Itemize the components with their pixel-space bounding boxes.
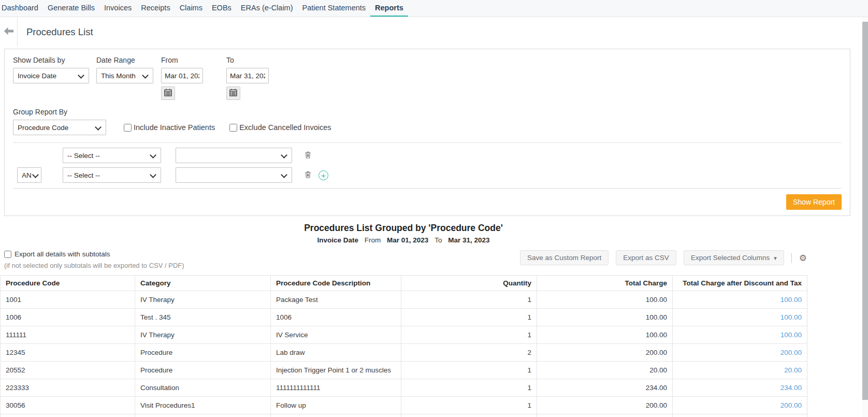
cell: 20.00 bbox=[537, 362, 673, 379]
gear-icon: ⚙ bbox=[799, 253, 807, 263]
cell: 200.00 bbox=[537, 397, 673, 414]
to-label: To bbox=[226, 56, 269, 64]
trash-icon bbox=[305, 172, 311, 180]
cell: 1006 bbox=[271, 309, 401, 326]
column-header: Category bbox=[135, 276, 271, 291]
cell: 1 bbox=[401, 309, 537, 326]
export-all-details-checkbox[interactable]: Export all details with subtotals bbox=[4, 250, 184, 258]
export-all-details-input[interactable] bbox=[4, 251, 11, 258]
condition-field-select-2[interactable]: -- Select -- bbox=[63, 167, 161, 183]
cell: 1001 bbox=[1, 291, 135, 309]
add-condition-button[interactable]: + bbox=[319, 170, 328, 180]
nav-item-receipts[interactable]: Receipts bbox=[136, 0, 175, 17]
subtitle-from-date: Mar 01, 2023 bbox=[387, 236, 428, 244]
column-header: Total Charge bbox=[537, 276, 673, 291]
cell: Lab draw bbox=[271, 344, 401, 362]
subtitle-from-label: From bbox=[365, 236, 381, 244]
scrollbar-thumb[interactable] bbox=[862, 22, 868, 400]
show-details-by-label: Show Details by bbox=[13, 56, 89, 64]
cell: Procedure bbox=[135, 362, 271, 379]
top-nav: DashboardGenerate BillsInvoicesReceiptsC… bbox=[0, 0, 868, 17]
group-report-by-select[interactable]: Procedure Code bbox=[13, 120, 106, 135]
cell: 200.00 bbox=[537, 344, 673, 362]
cell: Injection Trigger Point 1 or 2 muscles bbox=[271, 362, 401, 379]
table-row: 12345ProcedureLab draw2200.00200.00 bbox=[1, 344, 807, 362]
report-toolbar: Export all details with subtotals (if no… bbox=[0, 250, 807, 269]
export-as-csv-button[interactable]: Export as CSV bbox=[616, 250, 676, 265]
table-row: 1001IV TherapyPackage Test1100.00100.00 bbox=[1, 291, 807, 309]
report-subtitle: Invoice Date From Mar 01, 2023 To Mar 31… bbox=[0, 236, 807, 244]
calendar-icon bbox=[164, 89, 172, 98]
include-inactive-patients-checkbox[interactable]: Include Inactive Patients bbox=[124, 123, 215, 132]
procedures-table: Procedure CodeCategoryProcedure Code Des… bbox=[0, 275, 807, 417]
condition-value-select-1[interactable] bbox=[176, 148, 292, 163]
cell: Follow up bbox=[271, 397, 401, 414]
show-report-button[interactable]: Show Report bbox=[786, 194, 842, 210]
date-range-label: Date Range bbox=[96, 56, 153, 64]
export-selected-columns-button[interactable]: Export Selected Columns▾ bbox=[684, 250, 784, 265]
nav-item-dashboard[interactable]: Dashboard bbox=[0, 0, 43, 17]
export-note: (if not selected only subtotals will be … bbox=[4, 262, 184, 269]
nav-item-claims[interactable]: Claims bbox=[175, 0, 207, 17]
calendar-icon bbox=[229, 89, 237, 98]
cell: IV Therapy bbox=[135, 291, 271, 309]
charge-after-discount-link[interactable]: 100.00 bbox=[673, 291, 807, 309]
table-row: 20552ProcedureInjection Trigger Point 1 … bbox=[1, 362, 807, 379]
cell: 223333 bbox=[1, 379, 135, 397]
charge-after-discount-link[interactable]: 234.00 bbox=[673, 379, 807, 397]
condition-field-select-1[interactable]: -- Select -- bbox=[63, 148, 161, 163]
nav-item-generate-bills[interactable]: Generate Bills bbox=[43, 0, 99, 17]
cell: IV Service bbox=[271, 326, 401, 344]
cell: IV Therapy bbox=[135, 326, 271, 344]
condition-value-select-2[interactable] bbox=[176, 167, 292, 183]
cell: 12345 bbox=[1, 344, 135, 362]
show-details-by-select[interactable]: Invoice Date bbox=[13, 68, 89, 83]
cell: 1 bbox=[401, 362, 537, 379]
nav-item-eobs[interactable]: EOBs bbox=[207, 0, 236, 17]
delete-condition-button-1[interactable] bbox=[303, 150, 312, 162]
table-body: 1001IV TherapyPackage Test1100.00100.001… bbox=[1, 291, 807, 417]
settings-gear-button[interactable]: ⚙ bbox=[799, 253, 807, 263]
nav-item-reports[interactable]: Reports bbox=[370, 0, 408, 17]
charge-after-discount-link[interactable]: 100.00 bbox=[673, 326, 807, 344]
from-calendar-button[interactable] bbox=[161, 87, 175, 100]
subtitle-basis: Invoice Date bbox=[317, 236, 359, 244]
cell: Package Test bbox=[271, 291, 401, 309]
plus-icon: + bbox=[321, 171, 326, 180]
from-date-input[interactable] bbox=[161, 68, 203, 83]
date-range-select[interactable]: This Month bbox=[96, 68, 153, 83]
cell: 100.00 bbox=[537, 309, 673, 326]
save-as-custom-report-button[interactable]: Save as Custom Report bbox=[520, 250, 609, 265]
cell: 1 bbox=[401, 379, 537, 397]
to-date-input[interactable] bbox=[226, 68, 269, 83]
cell: 111111 bbox=[1, 326, 135, 344]
cell: 20552 bbox=[1, 362, 135, 379]
cell: Procedure bbox=[135, 344, 271, 362]
charge-after-discount-link[interactable]: 150.00 bbox=[673, 414, 807, 417]
exclude-cancelled-invoices-input[interactable] bbox=[229, 124, 237, 132]
cell: 100.00 bbox=[537, 291, 673, 309]
column-header: Quantity bbox=[401, 276, 537, 291]
back-button[interactable] bbox=[0, 17, 18, 47]
include-inactive-patients-input[interactable] bbox=[124, 124, 132, 132]
charge-after-discount-link[interactable]: 200.00 bbox=[673, 344, 807, 362]
to-calendar-button[interactable] bbox=[226, 87, 240, 100]
nav-item-eras-e-claim[interactable]: ERAs (e-Claim) bbox=[236, 0, 298, 17]
cell: Adjustments bbox=[135, 414, 271, 417]
cell: 2 bbox=[401, 344, 537, 362]
exclude-cancelled-invoices-checkbox[interactable]: Exclude Cancelled Invoices bbox=[229, 123, 331, 132]
delete-condition-button-2[interactable] bbox=[303, 169, 312, 181]
table-row: 223333Consultation11111111111111234.0023… bbox=[1, 379, 807, 397]
cell: 1111111111111 bbox=[271, 379, 401, 397]
from-label: From bbox=[161, 56, 203, 64]
charge-after-discount-link[interactable]: 200.00 bbox=[673, 397, 807, 414]
logic-operator-select[interactable]: AND bbox=[17, 167, 41, 183]
nav-item-patient-statements[interactable]: Patient Statements bbox=[298, 0, 371, 17]
charge-after-discount-link[interactable]: 100.00 bbox=[673, 309, 807, 326]
cell: Visit Procedures1 bbox=[135, 397, 271, 414]
charge-after-discount-link[interactable]: 20.00 bbox=[673, 362, 807, 379]
cell: Consultation bbox=[135, 379, 271, 397]
toolbar-divider bbox=[791, 253, 792, 263]
back-arrow-icon bbox=[4, 27, 14, 37]
nav-item-invoices[interactable]: Invoices bbox=[99, 0, 136, 17]
